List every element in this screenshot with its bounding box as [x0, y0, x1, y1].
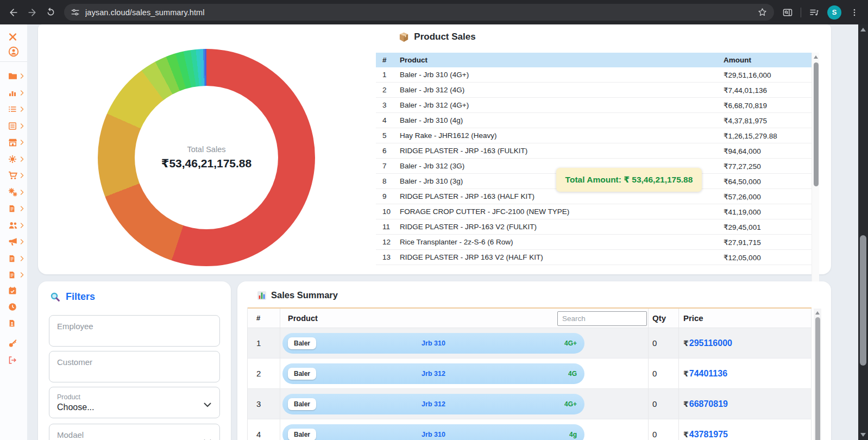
product-field[interactable]: ProductChoose... [49, 387, 220, 418]
scroll-thumb[interactable] [815, 317, 820, 440]
scroll-up-arrow[interactable] [815, 311, 820, 315]
scroll-up-arrow[interactable] [860, 28, 866, 32]
product-cell: BalerJrb 3104G+ [280, 328, 649, 358]
donut-chart[interactable]: Total Sales ₹53,46,21,175.88 [98, 49, 315, 266]
table-row[interactable]: 2Baler - Jrb 312 (4G)₹7,44,01,136 [376, 83, 812, 98]
table-row[interactable]: 13RIDGE PLASTER - JRP 163 V2 (HALF KIT)₹… [376, 250, 812, 265]
table-row[interactable]: 1Baler - Jrb 310 (4G+)₹29,51,16,000 [376, 67, 812, 83]
sidebar-item-cogs[interactable] [0, 186, 27, 199]
variant-badge: 4G [568, 370, 577, 378]
site-info-icon[interactable] [71, 8, 80, 17]
sidebar-item-file-person[interactable] [0, 317, 27, 330]
sidebar-item-megaphone[interactable] [0, 235, 27, 248]
sidebar-item-storefront[interactable] [0, 136, 27, 149]
close-button[interactable] [0, 30, 27, 43]
sidebar-item-document[interactable] [0, 202, 27, 215]
product-name: Baler - Jrb 310 (4g) [400, 116, 724, 124]
price-value[interactable]: 295116000 [689, 338, 732, 348]
sidebar-item-clock[interactable] [0, 300, 27, 313]
reload-button[interactable] [41, 3, 60, 22]
address-bar[interactable]: jaysan.cloud/sales_summary.html [64, 4, 774, 21]
table-row[interactable]: 10FORAGE CROP CUTTER - JFC-2100 (NEW TYP… [376, 204, 812, 219]
reload-icon [46, 7, 56, 17]
table-row[interactable]: 6RIDGE PLASTER - JRP -163 (FULKIT)₹94,64… [376, 143, 812, 159]
toolbar-divider [801, 8, 801, 17]
price-cell: ₹74401136 [679, 359, 812, 388]
ledger-icon [8, 122, 17, 130]
media-controls-button[interactable] [805, 3, 823, 22]
table-row[interactable]: 3Baler - Jrb 312 (4G+)₹6,68,70,819 [376, 98, 812, 113]
sidebar-item-key[interactable] [0, 337, 27, 350]
header-num: # [248, 309, 280, 328]
sidebar-item-gear[interactable] [0, 153, 27, 166]
variant-badge: 4G+ [564, 340, 577, 347]
user-circle-button[interactable] [0, 45, 27, 58]
table-row[interactable]: 1BalerJrb 3104G+0₹295116000 [248, 328, 812, 359]
row-number: 1 [248, 328, 280, 358]
product-name: Baler - Jrb 312 (4G+) [400, 101, 724, 109]
chevron-down-icon [204, 400, 211, 410]
sidebar-item-list[interactable] [0, 103, 27, 116]
price-value[interactable]: 66870819 [689, 399, 728, 409]
product-sales-title: Product Sales [414, 32, 475, 42]
summary-table-scrollbar[interactable] [814, 309, 821, 440]
scroll-up-arrow[interactable] [814, 55, 818, 59]
customer-field[interactable]: Customer [49, 351, 220, 382]
sidebar-item-ledger[interactable] [0, 120, 27, 133]
sidebar-item-logout[interactable] [0, 354, 27, 367]
table-row[interactable]: 2BalerJrb 3124G0₹74401136 [248, 359, 812, 389]
table-row[interactable]: 3BalerJrb 3124G+0₹66870819 [248, 389, 812, 419]
profile-avatar[interactable]: S [827, 5, 841, 20]
chevron-right-icon [20, 123, 24, 129]
arrow-left-icon [8, 7, 19, 18]
chevron-right-icon [20, 222, 24, 229]
amount-value: ₹41,19,000 [724, 208, 812, 216]
storefront-icon [8, 138, 17, 147]
sidebar-item-calendar-check[interactable] [0, 284, 27, 297]
scroll-down-arrow[interactable] [860, 433, 866, 437]
row-number: 1 [376, 71, 400, 79]
price-value[interactable]: 74401136 [689, 369, 727, 379]
amount-value: ₹57,26,000 [724, 192, 812, 201]
product-pill: BalerJrb 3124G+ [282, 394, 584, 414]
currency-symbol: ₹ [683, 430, 689, 439]
search-input[interactable] [557, 311, 647, 326]
header-price: Price [679, 309, 812, 328]
brand-chip: Baler [288, 429, 316, 440]
list-icon [8, 105, 17, 114]
price-value[interactable]: 43781975 [689, 430, 728, 439]
sidebar-item-folder[interactable] [0, 70, 27, 83]
sidebar-item-cart[interactable] [0, 169, 27, 182]
employee-field[interactable]: Employee [49, 315, 220, 347]
amount-value: ₹1,26,15,279.88 [724, 131, 812, 140]
forward-button[interactable] [23, 3, 41, 22]
table-row[interactable]: 5Hay Rake - JHR1612 (Heavy)₹1,26,15,279.… [376, 128, 812, 143]
url-text[interactable]: jaysan.cloud/sales_summary.html [85, 8, 757, 17]
sidebar-divider [0, 61, 27, 62]
total-amount-tooltip: Total Amount: ₹ 53,46,21,175.88 [556, 168, 702, 192]
table-row[interactable]: 12Rice Transplanter - 2z-S-6 (6 Row)₹27,… [376, 235, 812, 250]
product-sales-table: # Product Amount 1Baler - Jrb 310 (4G+)₹… [376, 53, 812, 265]
table-row[interactable]: 4BalerJrb 3104g0₹43781975 [248, 419, 812, 440]
price-cell: ₹43781975 [679, 419, 812, 440]
sidebar-item-report[interactable] [0, 252, 27, 265]
row-number: 9 [376, 192, 400, 200]
product-sales-card: Total Sales ₹53,46,21,175.88 Product Sal… [38, 24, 831, 274]
table-row[interactable]: 11RIDGE PLASTER - JRP-163 V2 (FULKIT)₹29… [376, 219, 812, 235]
page-scrollbar[interactable] [858, 24, 868, 440]
menu-dots-button[interactable] [845, 3, 864, 22]
sidebar-item-users[interactable] [0, 219, 27, 232]
side-panel-search-button[interactable] [778, 3, 797, 22]
modael-field[interactable]: Modael [49, 424, 220, 440]
back-button[interactable] [4, 3, 23, 22]
chevron-right-icon [20, 106, 24, 112]
chevron-right-icon [20, 139, 24, 146]
bookmark-star-icon[interactable] [757, 7, 768, 17]
sidebar-item-bar-chart[interactable] [0, 86, 27, 99]
chevron-right-icon [20, 238, 24, 245]
table-row[interactable]: 4Baler - Jrb 310 (4g)₹4,37,81,975 [376, 113, 812, 128]
sidebar-item-report2[interactable] [0, 268, 27, 281]
scroll-thumb[interactable] [814, 62, 819, 186]
scroll-thumb[interactable] [860, 235, 866, 366]
product-table-scrollbar[interactable] [812, 53, 819, 290]
